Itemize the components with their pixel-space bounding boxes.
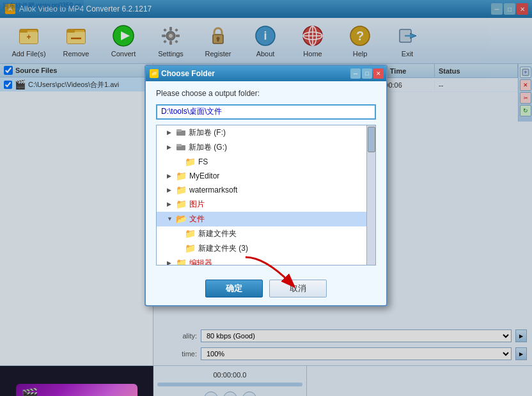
tree-item-g[interactable]: ▶ 新加卷 (G:)	[157, 140, 375, 155]
tree-item-watermarksoft[interactable]: ▶ 📁 watermarksoft	[157, 183, 375, 197]
tree-arrow-editor: ▶	[167, 260, 173, 265]
tree-label-watermarksoft: watermarksoft	[189, 186, 237, 194]
tree-item-f[interactable]: ▶ 新加卷 (F:)	[157, 125, 375, 140]
dialog-title-bar: 📁 Choose Folder ─ □ ✕	[146, 66, 386, 81]
tree-label-myeditor: MyEditor	[189, 171, 219, 180]
folder-icon-new1: 📁	[185, 228, 196, 239]
choose-folder-dialog: 📁 Choose Folder ─ □ ✕ Please choose a ou…	[145, 65, 387, 306]
dialog-close[interactable]: ✕	[373, 68, 384, 79]
tree-arrow-myeditor: ▶	[167, 173, 173, 179]
tree-scrollbar[interactable]	[366, 125, 375, 265]
dialog-footer: 确定 取消	[146, 273, 386, 305]
svg-rect-40	[176, 129, 182, 132]
tree-arrow-pictures: ▶	[167, 201, 173, 207]
folder-icon-watermarksoft: 📁	[176, 185, 187, 195]
folder-icon-pictures: 📁	[176, 199, 187, 209]
tree-arrow-watermarksoft: ▶	[167, 187, 173, 193]
tree-label-new1: 新建文件夹	[198, 228, 237, 239]
dialog-minimize[interactable]: ─	[350, 68, 361, 79]
folder-icon-fs: 📁	[185, 157, 196, 167]
tree-item-files[interactable]: ▼ 📂 文件	[157, 212, 375, 226]
tree-item-editor[interactable]: ▶ 📁 编辑器	[157, 256, 375, 265]
drive-icon-g	[176, 143, 186, 151]
tree-label-editor: 编辑器	[189, 258, 212, 265]
tree-item-new3[interactable]: ▶ 📁 新建文件夹 (3)	[157, 241, 375, 256]
dialog-path-input[interactable]: D:\tools\桌面\文件	[156, 104, 376, 120]
dialog-title: Choose Folder	[161, 69, 215, 78]
dialog-ok-button[interactable]: 确定	[205, 280, 263, 297]
folder-icon-editor: 📁	[176, 258, 187, 265]
dialog-overlay: 📁 Choose Folder ─ □ ✕ Please choose a ou…	[0, 0, 532, 396]
svg-rect-42	[176, 144, 182, 147]
tree-label-f: 新加卷 (F:)	[189, 127, 226, 138]
tree-item-pictures[interactable]: ▶ 📁 图片	[157, 197, 375, 212]
dialog-cancel-button[interactable]: 取消	[269, 280, 327, 297]
folder-icon-files: 📂	[176, 214, 187, 224]
tree-scrollbar-thumb	[368, 127, 375, 152]
tree-label-g: 新加卷 (G:)	[189, 142, 227, 153]
tree-item-myeditor[interactable]: ▶ 📁 MyEditor	[157, 169, 375, 183]
dialog-icon: 📁	[150, 69, 159, 78]
tree-item-fs[interactable]: ▶ 📁 FS	[157, 155, 375, 169]
tree-label-new3: 新建文件夹 (3)	[198, 243, 248, 254]
dialog-tree[interactable]: ▶ 新加卷 (F:) ▶ 新加卷 (G:) ▶ 📁 FS ▶ 📁	[156, 125, 376, 265]
tree-label-fs: FS	[198, 157, 208, 166]
tree-arrow: ▶	[167, 129, 173, 136]
dialog-prompt: Please choose a output folder:	[156, 89, 376, 98]
folder-icon-myeditor: 📁	[176, 171, 187, 181]
folder-icon-new3: 📁	[185, 243, 196, 253]
tree-arrow-files: ▼	[167, 216, 173, 222]
tree-label-pictures: 图片	[189, 199, 205, 210]
tree-arrow-g: ▶	[167, 144, 173, 150]
dialog-maximize[interactable]: □	[362, 68, 372, 79]
dialog-window-controls: ─ □ ✕	[350, 68, 384, 79]
tree-item-new1[interactable]: ▶ 📁 新建文件夹	[157, 226, 375, 241]
drive-icon	[176, 129, 186, 136]
dialog-body: Please choose a output folder: D:\tools\…	[146, 81, 386, 273]
tree-label-files: 文件	[189, 214, 205, 225]
